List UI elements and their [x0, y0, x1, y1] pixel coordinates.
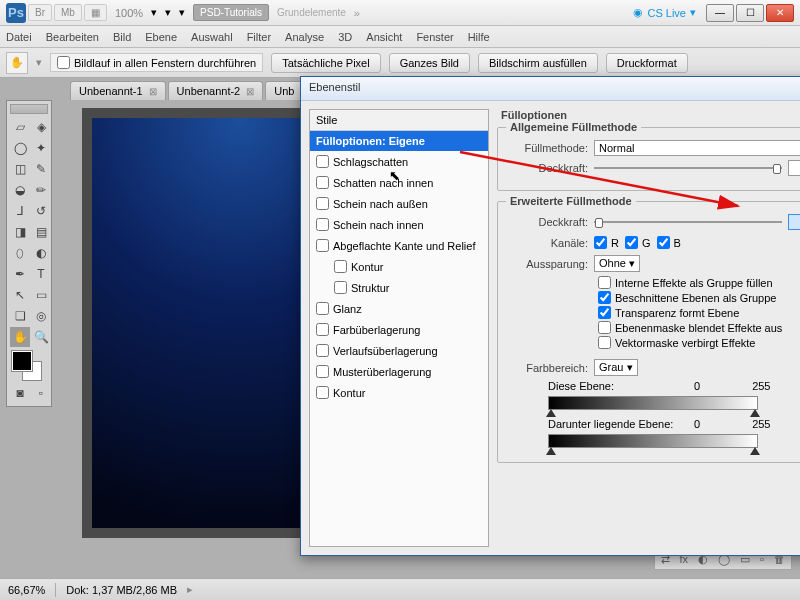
style-item[interactable]: Abgeflachte Kante und Relief — [310, 235, 488, 256]
menu-3d[interactable]: 3D — [338, 31, 352, 43]
style-item[interactable]: Kontur — [310, 256, 488, 277]
arrange-button[interactable]: ▦ — [84, 4, 107, 21]
wand-tool[interactable]: ✦ — [31, 138, 51, 158]
more-icon[interactable]: » — [354, 7, 360, 19]
blendif-select[interactable]: Grau ▾ — [594, 359, 638, 376]
eraser-tool[interactable]: ◨ — [10, 222, 30, 242]
style-item[interactable]: Schatten nach innen — [310, 172, 488, 193]
advanced-check[interactable]: Transparenz formt Ebene — [598, 306, 800, 319]
move-tool[interactable]: ▱ — [10, 117, 30, 137]
lasso-tool[interactable]: ◯ — [10, 138, 30, 158]
print-size-button[interactable]: Druckformat — [606, 53, 688, 73]
hand-tool[interactable]: ✋ — [10, 327, 30, 347]
status-doc[interactable]: Dok: 1,37 MB/2,86 MB — [66, 584, 177, 596]
style-item[interactable]: Musterüberlagerung — [310, 361, 488, 382]
stamp-tool[interactable]: ⅃ — [10, 201, 30, 221]
style-item[interactable]: Verlaufsüberlagerung — [310, 340, 488, 361]
style-item[interactable]: Farbüberlagerung — [310, 319, 488, 340]
menu-bearbeiten[interactable]: Bearbeiten — [46, 31, 99, 43]
fit-image-button[interactable]: Ganzes Bild — [389, 53, 470, 73]
style-item[interactable]: Schein nach außen — [310, 193, 488, 214]
opacity-slider[interactable] — [594, 167, 782, 169]
bridge-button[interactable]: Br — [28, 4, 52, 21]
maximize-button[interactable]: ☐ — [736, 4, 764, 22]
chevron-down-icon[interactable]: ▾ — [165, 6, 177, 19]
zoom-level[interactable]: 100% — [109, 7, 149, 19]
shape-tool[interactable]: ▭ — [31, 285, 51, 305]
eyedropper-tool[interactable]: ✎ — [31, 159, 51, 179]
type-tool[interactable]: T — [31, 264, 51, 284]
adv-opacity-input[interactable] — [788, 214, 800, 230]
chevron-right-icon[interactable]: ▸ — [187, 583, 193, 596]
quickmask-tool[interactable]: ◙ — [10, 383, 30, 403]
advanced-check[interactable]: Interne Effekte als Gruppe füllen — [598, 276, 800, 289]
healing-tool[interactable]: ◒ — [10, 180, 30, 200]
status-zoom[interactable]: 66,67% — [8, 584, 45, 596]
style-item[interactable]: Fülloptionen: Eigene — [310, 131, 488, 151]
channel-b[interactable]: B — [657, 236, 681, 249]
under-layer-gradient[interactable] — [548, 434, 800, 448]
general-blend-title: Allgemeine Füllmethode — [506, 121, 641, 133]
hand-tool-icon[interactable]: ✋ — [6, 52, 28, 74]
channel-g[interactable]: G — [625, 236, 651, 249]
menu-filter[interactable]: Filter — [247, 31, 271, 43]
menu-ebene[interactable]: Ebene — [145, 31, 177, 43]
knockout-select[interactable]: Ohne ▾ — [594, 255, 640, 272]
this-layer-gradient[interactable] — [548, 396, 800, 410]
opacity-input[interactable] — [788, 160, 800, 176]
fill-options-panel: Fülloptionen Allgemeine Füllmethode Füll… — [497, 101, 800, 555]
menu-bild[interactable]: Bild — [113, 31, 131, 43]
chevron-down-icon[interactable]: ▾ — [179, 6, 191, 19]
fg-color-swatch[interactable] — [12, 351, 32, 371]
menu-auswahl[interactable]: Auswahl — [191, 31, 233, 43]
document-tab[interactable]: Unbenannt-1⊠ — [70, 81, 166, 100]
channel-r[interactable]: R — [594, 236, 619, 249]
style-item[interactable]: Kontur — [310, 382, 488, 403]
3d-camera-tool[interactable]: ◎ — [31, 306, 51, 326]
history-brush-tool[interactable]: ↺ — [31, 201, 51, 221]
close-button[interactable]: ✕ — [766, 4, 794, 22]
menu-ansicht[interactable]: Ansicht — [366, 31, 402, 43]
chevron-down-icon[interactable]: ▾ — [151, 6, 163, 19]
pen-tool[interactable]: ✒ — [10, 264, 30, 284]
screenmode-tool[interactable]: ▫ — [31, 383, 51, 403]
panel-grip[interactable] — [10, 104, 48, 114]
marquee-tool[interactable]: ◈ — [31, 117, 51, 137]
crop-tool[interactable]: ◫ — [10, 159, 30, 179]
actual-pixels-button[interactable]: Tatsächliche Pixel — [271, 53, 380, 73]
document-tab[interactable]: Unb — [265, 81, 303, 100]
menu-fenster[interactable]: Fenster — [416, 31, 453, 43]
style-item[interactable]: Struktur — [310, 277, 488, 298]
advanced-check[interactable]: Vektormaske verbirgt Effekte — [598, 336, 800, 349]
style-item[interactable]: Glanz — [310, 298, 488, 319]
brush-tool[interactable]: ✏ — [31, 180, 51, 200]
path-tool[interactable]: ↖ — [10, 285, 30, 305]
adv-opacity-slider[interactable] — [594, 221, 782, 223]
style-item[interactable]: Schlagschatten — [310, 151, 488, 172]
color-swatches[interactable] — [10, 351, 48, 379]
close-icon[interactable]: ⊠ — [149, 86, 157, 97]
blur-tool[interactable]: ⬯ — [10, 243, 30, 263]
mini-bridge-button[interactable]: Mb — [54, 4, 82, 21]
dodge-tool[interactable]: ◐ — [31, 243, 51, 263]
menu-hilfe[interactable]: Hilfe — [468, 31, 490, 43]
canvas[interactable] — [82, 108, 312, 538]
scroll-all-check[interactable]: Bildlauf in allen Fenstern durchführen — [50, 53, 263, 72]
cslive-button[interactable]: CS Live ▾ — [633, 6, 696, 19]
workspace-tab[interactable]: PSD-Tutorials — [193, 4, 269, 21]
menu-datei[interactable]: Datei — [6, 31, 32, 43]
zoom-tool[interactable]: 🔍 — [31, 327, 51, 347]
close-icon[interactable]: ⊠ — [246, 86, 254, 97]
blend-mode-select[interactable]: Normal — [594, 140, 800, 156]
gradient-tool[interactable]: ▤ — [31, 222, 51, 242]
minimize-button[interactable]: — — [706, 4, 734, 22]
menu-analyse[interactable]: Analyse — [285, 31, 324, 43]
advanced-check[interactable]: Beschnittene Ebenen als Gruppe — [598, 291, 800, 304]
fill-screen-button[interactable]: Bildschirm ausfüllen — [478, 53, 598, 73]
advanced-check[interactable]: Ebenenmaske blendet Effekte aus — [598, 321, 800, 334]
document-tab[interactable]: Unbenannt-2⊠ — [168, 81, 264, 100]
workspace-tab-2[interactable]: Grundelemente — [271, 5, 352, 20]
3d-tool[interactable]: ❏ — [10, 306, 30, 326]
chevron-down-icon[interactable]: ▾ — [36, 56, 42, 69]
style-item[interactable]: Schein nach innen — [310, 214, 488, 235]
